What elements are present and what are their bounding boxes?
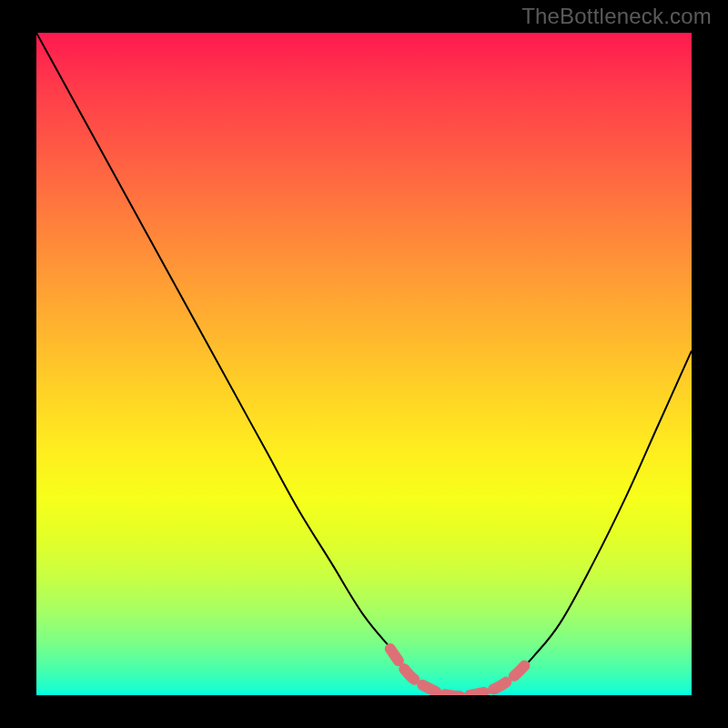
chart-frame: TheBottleneck.com [0, 0, 728, 728]
plot-area [36, 33, 692, 695]
watermark-text: TheBottleneck.com [521, 4, 712, 29]
bottleneck-curve-line [36, 33, 692, 695]
optimal-range-highlight [390, 649, 528, 695]
chart-svg [36, 33, 692, 695]
